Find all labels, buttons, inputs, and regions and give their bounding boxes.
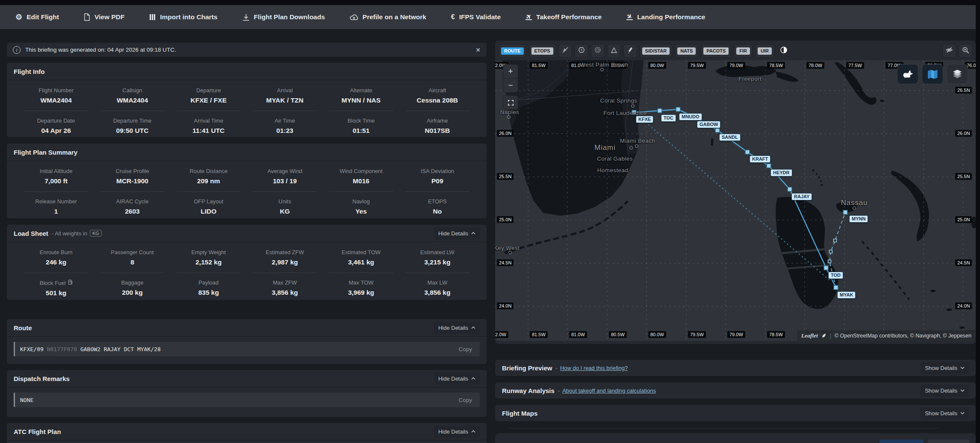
fuel-pump-icon bbox=[68, 279, 73, 286]
row-divider bbox=[177, 273, 241, 273]
grid-tick-label: 25.5N bbox=[497, 173, 514, 180]
atc-flight-plan-panel: ATC Flight Plan Hide Details bbox=[7, 423, 487, 443]
waypoint-label-HEYDR[interactable]: HEYDR bbox=[770, 169, 792, 176]
ifps-validate-button[interactable]: € IFPS Validate bbox=[451, 13, 501, 21]
field-enroute-burn: Enroute Burn246 kg bbox=[18, 249, 94, 266]
dispatch-remarks-hide-details-button[interactable]: Hide Details bbox=[434, 373, 480, 385]
waypoint-label-RAJAY[interactable]: RAJAY bbox=[791, 193, 812, 200]
flight-maps-title: Flight Maps bbox=[502, 410, 537, 417]
section-divider bbox=[507, 428, 939, 428]
leaflet-logo[interactable]: Leaflet bbox=[801, 332, 818, 339]
waypoint-label-MYAK[interactable]: MYAK bbox=[837, 291, 856, 299]
map-viewport[interactable]: 82.0W82.0W81.5W81.5W81.0W81.0W80.5W80.5W… bbox=[495, 60, 976, 341]
waypoint-label-TOD[interactable]: TOD bbox=[828, 272, 843, 279]
waypoint-label-GABOW[interactable]: GABOW bbox=[697, 121, 720, 128]
grid-tick-label: 80.5W bbox=[609, 331, 627, 338]
waypoint-label-KFXE[interactable]: KFXE bbox=[636, 116, 653, 123]
pacots-filter-button[interactable]: PACOTS bbox=[701, 44, 731, 58]
landing-performance-button[interactable]: ✈ Landing Performance bbox=[626, 13, 705, 21]
route-airways-segment: GABOW2 RAJAY DCT MYAK/28 bbox=[80, 346, 161, 352]
layers-button[interactable] bbox=[947, 64, 968, 84]
route-title: Route bbox=[14, 324, 32, 332]
hide-details-label: Hide Details bbox=[438, 428, 468, 435]
grid-tick-label: 24.0N bbox=[497, 302, 514, 309]
import-into-charts-label: Import into Charts bbox=[160, 13, 217, 21]
vor-hexagon-icon bbox=[578, 47, 585, 55]
vor-toggle-button[interactable] bbox=[575, 44, 588, 58]
zoom-in-button[interactable]: + bbox=[503, 65, 518, 78]
atc-flight-plan-hide-details-button[interactable]: Hide Details bbox=[434, 425, 480, 438]
route-copy-button[interactable]: Copy bbox=[456, 346, 475, 353]
zoom-out-button[interactable]: − bbox=[503, 78, 518, 92]
day-night-toggle-button[interactable] bbox=[777, 44, 791, 58]
briefing-help-link[interactable]: How do I read this briefing? bbox=[560, 365, 628, 371]
runway-analysis-show-details-button[interactable]: Show Details bbox=[921, 384, 969, 397]
fullscreen-button[interactable] bbox=[503, 95, 518, 110]
route-map-panel: ROUTE ETOPS ✈ SID/STAR NATS PACOTS FIR U… bbox=[495, 41, 976, 344]
hide-labels-button[interactable] bbox=[942, 44, 956, 58]
pacots-chip: PACOTS bbox=[703, 47, 729, 55]
map-zoom-control: + − bbox=[503, 64, 518, 93]
row-divider bbox=[24, 111, 88, 111]
load-sheet-hide-details-button[interactable]: Hide Details bbox=[434, 227, 480, 240]
dispatch-remarks-text: NONE bbox=[20, 397, 33, 403]
waypoint-label-MYNN[interactable]: MYNN bbox=[849, 215, 868, 223]
flight-plan-summary-grid: Initial Altitude7,000 ftCruise ProfileMC… bbox=[7, 161, 487, 220]
aircraft-toggle-button[interactable]: ✈ bbox=[558, 44, 572, 58]
flight-briefing-page: ⚙ Edit Flight View PDF Import into Chart… bbox=[0, 0, 980, 443]
weather-layers-button[interactable] bbox=[897, 64, 918, 84]
flight-plan-summary-panel: Flight Plan Summary Initial Altitude7,00… bbox=[7, 144, 487, 218]
nats-chip: NATS bbox=[677, 47, 696, 55]
field-callsign: CallsignWMA2404 bbox=[94, 87, 170, 104]
waypoint-label-KRAFT[interactable]: KRAFT bbox=[750, 155, 770, 163]
row-divider bbox=[100, 273, 164, 273]
fix-toggle-button[interactable] bbox=[607, 44, 621, 58]
flight-plan-downloads-button[interactable]: Flight Plan Downloads bbox=[242, 13, 325, 21]
cutoff-primary-button[interactable] bbox=[880, 440, 924, 443]
row-divider bbox=[405, 111, 469, 111]
prefile-on-network-button[interactable]: Prefile on a Network bbox=[350, 13, 426, 21]
briefing-preview-show-details-button[interactable]: Show Details bbox=[921, 362, 969, 374]
edit-flight-button[interactable]: ⚙ Edit Flight bbox=[15, 13, 59, 21]
route-hide-details-button[interactable]: Hide Details bbox=[434, 322, 480, 334]
takeoff-performance-button[interactable]: ✈ Takeoff Performance bbox=[525, 13, 602, 21]
view-pdf-button[interactable]: View PDF bbox=[84, 13, 124, 21]
field-aircraft: AircraftCessna 208B bbox=[399, 87, 475, 104]
close-icon[interactable]: ✕ bbox=[475, 47, 481, 53]
ndb-toggle-button[interactable] bbox=[591, 44, 605, 58]
etops-filter-button[interactable]: ETOPS bbox=[529, 44, 556, 58]
marker-tool-button[interactable] bbox=[623, 44, 637, 58]
uir-filter-button[interactable]: UIR bbox=[755, 44, 774, 58]
map-layer-buttons bbox=[897, 64, 968, 84]
row-divider bbox=[329, 273, 393, 273]
waypoint-label-TOC[interactable]: TOC bbox=[661, 114, 676, 122]
flight-maps-show-details-button[interactable]: Show Details bbox=[921, 407, 969, 420]
row-divider bbox=[405, 191, 469, 192]
dispatch-remarks-copy-button[interactable]: Copy bbox=[456, 396, 475, 404]
grid-tick-label: 79.5W bbox=[688, 331, 706, 338]
grid-tick-label: 80.0W bbox=[648, 331, 666, 338]
grid-tick-label: 79.0W bbox=[727, 62, 745, 69]
pdf-file-icon bbox=[84, 13, 90, 21]
cutoff-secondary-button[interactable] bbox=[928, 440, 969, 443]
landing-performance-label: Landing Performance bbox=[637, 13, 705, 21]
map-style-button[interactable] bbox=[922, 64, 943, 84]
attribution-text: © OpenStreetMap contributors, © Navigrap… bbox=[835, 333, 971, 339]
sid-star-filter-button[interactable]: SID/STAR bbox=[640, 44, 673, 58]
waypoint-label-SANDL[interactable]: SANDL bbox=[719, 134, 741, 141]
day-night-icon bbox=[780, 46, 788, 56]
route-filter-button[interactable]: ROUTE bbox=[499, 44, 526, 58]
chevron-up-icon bbox=[471, 326, 475, 329]
city-label: Freeport bbox=[738, 76, 762, 82]
nats-filter-button[interactable]: NATS bbox=[675, 44, 698, 58]
show-details-label: Show Details bbox=[925, 410, 957, 417]
import-into-charts-button[interactable]: Import into Charts bbox=[149, 13, 217, 21]
waypoint-label-MNUDO[interactable]: MNUDO bbox=[679, 113, 702, 120]
city-dot bbox=[600, 68, 604, 71]
grid-tick-label: 78.5W bbox=[767, 62, 785, 69]
runway-analysis-help-link[interactable]: About takeoff and landing calculations bbox=[562, 387, 656, 394]
field-cruise-profile: Cruise ProfileMCR-1900 bbox=[94, 168, 170, 185]
magnify-button[interactable] bbox=[959, 44, 972, 58]
fir-filter-button[interactable]: FIR bbox=[734, 44, 753, 58]
info-icon: i bbox=[13, 46, 21, 54]
